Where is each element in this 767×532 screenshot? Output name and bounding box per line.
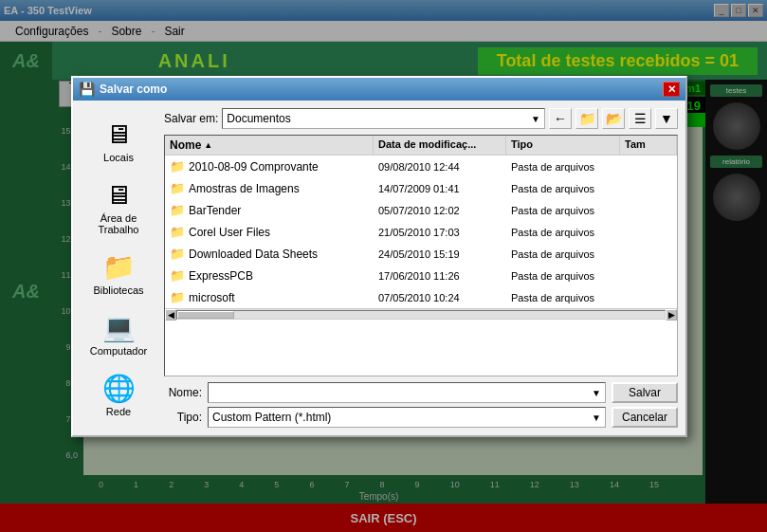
app-window: EA - 350 TestView _ □ ✕ Configurações - … [0,0,767,532]
cancel-button[interactable]: Cancelar [612,407,678,428]
rede-icon: 🌐 [102,373,136,404]
folder-icon: 📁 [170,225,185,239]
file-type: Pasta de arquivos [506,223,620,241]
file-list-header: Nome ▲ Data de modificaç... Tipo Tam [165,136,677,156]
folder-icon: 📁 [170,181,185,195]
file-name: 📁BarTender [165,201,374,219]
new-folder-button[interactable]: 📂 [602,108,625,129]
folder-icon: 📁 [170,290,185,304]
file-row[interactable]: 📁BarTender 05/07/2010 12:02 Pasta de arq… [165,199,677,221]
folder-icon: 📁 [170,203,185,217]
save-button[interactable]: Salvar [612,382,678,403]
dialog-title-text: 💾 Salvar como [79,82,167,97]
dialog-title-label: Salvar como [100,83,167,96]
file-size [620,223,677,241]
file-type: Pasta de arquivos [506,266,620,284]
horizontal-scrollbar: ◀ ▶ [165,308,677,320]
bibliotecas-label: Bibliotecas [93,284,143,296]
file-name: 📁microsoft [165,288,374,306]
type-value: Custom Pattern (*.html) [212,411,592,424]
file-row[interactable]: 📁Amostras de Imagens 14/07/2009 01:41 Pa… [165,177,677,199]
sort-icon: ▲ [204,140,212,150]
file-row[interactable]: 📁Corel User Files 21/05/2010 17:03 Pasta… [165,221,677,243]
file-date: 07/05/2010 10:24 [374,288,506,306]
type-field-row: Tipo: Custom Pattern (*.html) ▼ Cancelar [164,407,678,428]
back-button[interactable]: ← [549,108,572,129]
file-date: 24/05/2010 15:19 [374,245,506,263]
col-nome[interactable]: Nome ▲ [165,136,374,155]
area-trabalho-icon: 🖥 [105,179,132,211]
save-in-label: Salvar em: [164,112,218,125]
dialog-main: Salvar em: Documentos ▼ ← 📁 📂 ☰ ▼ No [164,108,678,428]
name-field-label: Nome: [164,386,202,399]
dialog-title-bar: 💾 Salvar como ✕ [73,78,685,101]
file-row[interactable]: 📁2010-08-09 Comprovante 09/08/2010 12:44… [165,156,677,177]
file-date: 14/07/2009 01:41 [374,179,506,197]
file-row[interactable]: 📁Downloaded Data Sheets 24/05/2010 15:19… [165,243,677,265]
scrollbar-thumb[interactable] [177,311,234,319]
file-name: 📁ExpressPCB [165,266,374,284]
view-dropdown-button[interactable]: ▼ [655,108,678,129]
name-field-combo[interactable]: ▼ [208,382,606,403]
save-dialog: 💾 Salvar como ✕ 🖥 Locais 🖥 Área deTrabal… [71,76,687,437]
save-in-value: Documentos [227,112,290,125]
scrollbar-right-btn[interactable]: ▶ [666,309,677,321]
scrollbar-track[interactable] [176,310,666,320]
dialog-sidebar: 🖥 Locais 🖥 Área deTrabalho 📁 Bibliotecas… [81,108,156,428]
sidebar-item-bibliotecas[interactable]: 📁 Bibliotecas [84,246,153,302]
file-name: 📁Corel User Files [165,223,374,241]
file-date: 09/08/2010 12:44 [374,157,506,175]
sidebar-item-area-trabalho[interactable]: 🖥 Área deTrabalho [84,174,153,241]
bibliotecas-icon: 📁 [102,251,136,283]
file-name: 📁Downloaded Data Sheets [165,245,374,263]
name-input[interactable] [212,386,592,399]
file-type: Pasta de arquivos [506,157,620,175]
area-trabalho-label: Área deTrabalho [98,212,138,235]
locais-icon: 🖥 [105,119,132,150]
col-date[interactable]: Data de modificaç... [374,136,506,155]
folder-icon: 📁 [170,247,185,261]
folder-icon: 📁 [170,268,185,283]
type-field-label: Tipo: [164,411,202,424]
file-name: 📁Amostras de Imagens [165,179,374,197]
file-size [620,179,677,197]
file-type: Pasta de arquivos [506,201,620,219]
file-row[interactable]: 📁microsoft 07/05/2010 10:24 Pasta de arq… [165,286,677,308]
view-button[interactable]: ☰ [629,108,651,129]
file-size [620,157,677,175]
type-field-combo[interactable]: Custom Pattern (*.html) ▼ [208,407,606,428]
computador-label: Computador [90,345,148,357]
file-size [620,201,677,219]
dialog-toolbar: Salvar em: Documentos ▼ ← 📁 📂 ☰ ▼ [164,108,678,129]
file-size [620,288,677,306]
name-combo-arrow[interactable]: ▼ [592,388,601,398]
file-type: Pasta de arquivos [506,245,620,263]
save-in-combo[interactable]: Documentos ▼ [222,108,545,129]
col-size[interactable]: Tam [620,136,677,155]
dialog-close-button[interactable]: ✕ [663,82,680,97]
sidebar-item-computador[interactable]: 💻 Computador [84,306,153,362]
file-list-container: Nome ▲ Data de modificaç... Tipo Tam 📁20… [164,135,678,376]
dialog-title-icon: 💾 [79,82,95,97]
folder-icon: 📁 [170,159,185,174]
file-rows: 📁2010-08-09 Comprovante 09/08/2010 12:44… [165,156,677,308]
file-type: Pasta de arquivos [506,179,620,197]
computador-icon: 💻 [102,312,136,343]
scrollbar-left-btn[interactable]: ◀ [165,309,176,321]
sidebar-item-rede[interactable]: 🌐 Rede [84,367,153,423]
file-row[interactable]: 📁ExpressPCB 17/06/2010 11:26 Pasta de ar… [165,265,677,286]
file-date: 21/05/2010 17:03 [374,223,506,241]
col-type[interactable]: Tipo [506,136,620,155]
locais-label: Locais [103,152,134,163]
file-type: Pasta de arquivos [506,288,620,306]
rede-label: Rede [106,406,131,417]
dialog-fields: Nome: ▼ Salvar Tipo: Custom Pattern (*.h… [164,382,678,428]
file-size [620,245,677,263]
dialog-body: 🖥 Locais 🖥 Área deTrabalho 📁 Bibliotecas… [73,101,685,435]
name-field-row: Nome: ▼ Salvar [164,382,678,403]
save-in-combo-arrow: ▼ [531,114,540,124]
file-size [620,266,677,284]
up-folder-button[interactable]: 📁 [575,108,598,129]
file-name: 📁2010-08-09 Comprovante [165,157,374,175]
sidebar-item-locais[interactable]: 🖥 Locais [84,113,153,169]
